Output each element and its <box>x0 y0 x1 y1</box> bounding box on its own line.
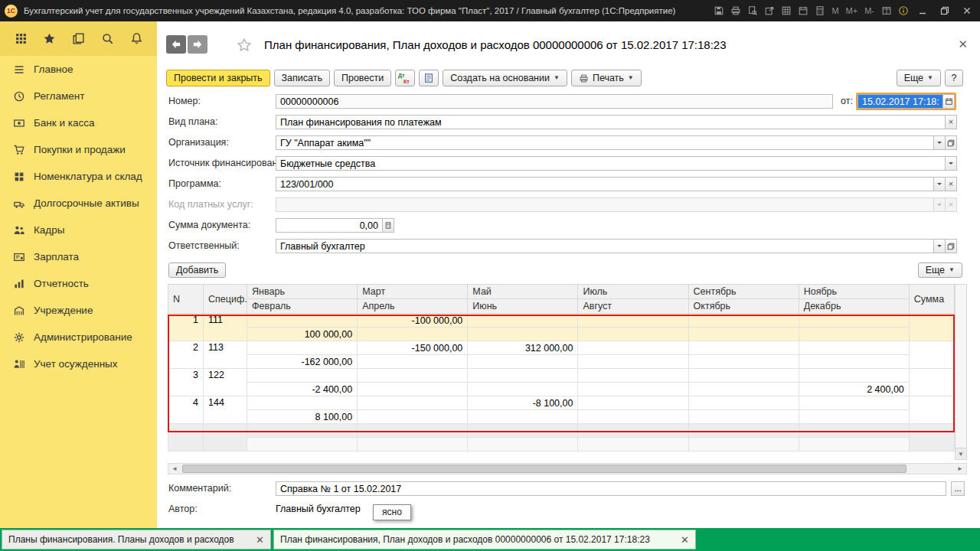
sidebar-item-otchetnost[interactable]: Отчетность <box>0 270 157 297</box>
grid-cell[interactable]: 2 400,00 <box>799 383 909 396</box>
grid-cell[interactable] <box>799 424 909 438</box>
grid-cell[interactable] <box>578 355 688 369</box>
grid-cell-n[interactable]: 4 <box>168 396 204 424</box>
grid-cell[interactable]: -162 000,00 <box>247 355 358 369</box>
grid-cell[interactable] <box>247 438 358 452</box>
organization-input[interactable] <box>276 135 934 150</box>
post-and-close-button[interactable]: Провести и закрыть <box>166 70 270 86</box>
table-icon[interactable] <box>780 5 792 17</box>
grid-cell[interactable] <box>468 355 578 369</box>
sidebar-item-pokupki-i-prodazhi[interactable]: Покупки и продажи <box>0 136 157 163</box>
program-input[interactable] <box>276 177 934 191</box>
sidebar-item-nomenklatura-i-sklad[interactable]: Номенклатура и склад <box>0 163 157 190</box>
scroll-down-icon[interactable]: ▼ <box>956 448 966 459</box>
sidebar-item-bank-i-kassa[interactable]: Банк и касса <box>0 109 157 136</box>
grid-cell[interactable] <box>688 355 799 369</box>
grid-cell[interactable] <box>468 328 578 341</box>
close-form-icon[interactable]: ✕ <box>958 38 968 51</box>
grid-cell[interactable] <box>358 369 468 383</box>
vertical-scrollbar[interactable]: ▼ <box>955 284 967 460</box>
grid-cell[interactable] <box>799 369 909 383</box>
export-icon[interactable] <box>763 5 775 17</box>
grid-cell[interactable]: 312 000,00 <box>468 341 578 355</box>
grid-cell[interactable] <box>468 410 578 424</box>
window-tab-current-document[interactable]: План финансирования, План доходов и расх… <box>273 530 696 549</box>
grid-cell[interactable] <box>358 383 468 396</box>
grid-cell[interactable] <box>358 438 468 452</box>
comment-input[interactable] <box>276 481 946 496</box>
forward-button[interactable] <box>188 35 207 54</box>
grid-cell[interactable] <box>468 369 578 383</box>
add-row-button[interactable]: Добавить <box>168 262 226 278</box>
grid-cell[interactable]: -8 100,00 <box>468 396 578 410</box>
back-button[interactable] <box>166 35 186 54</box>
sidebar-item-uchet-osuzhdennykh[interactable]: Учет осужденных <box>0 350 157 377</box>
grid-cell-spec[interactable]: 122 <box>204 369 247 396</box>
save-icon[interactable] <box>713 5 724 17</box>
restore-icon[interactable] <box>936 4 953 18</box>
dropdown-button[interactable] <box>945 156 957 171</box>
minimize-icon[interactable] <box>914 4 931 18</box>
grid-cell[interactable] <box>688 396 799 410</box>
grid-cell[interactable] <box>799 341 909 355</box>
grid-cell-n[interactable]: 1 <box>168 314 204 341</box>
grid-cell-spec[interactable]: 111 <box>204 314 247 341</box>
grid-cell[interactable] <box>578 328 688 341</box>
grid-cell[interactable] <box>688 341 799 355</box>
funding-source-input[interactable] <box>276 156 946 171</box>
grid-cell-sum[interactable] <box>909 314 954 341</box>
print-icon[interactable] <box>730 5 741 17</box>
grid-cell[interactable] <box>688 328 799 341</box>
calendar-icon[interactable] <box>797 5 808 17</box>
create-based-on-button[interactable]: Создать на основании▼ <box>443 70 567 86</box>
close-icon[interactable] <box>959 4 975 18</box>
horizontal-scrollbar[interactable]: ◄ ► <box>168 463 967 474</box>
apps-menu-icon[interactable] <box>12 31 29 47</box>
grid-cell[interactable] <box>468 383 578 396</box>
info-icon[interactable] <box>897 5 909 17</box>
grid-cell-sum[interactable] <box>909 396 954 424</box>
window-tab-plans-list[interactable]: Планы финансирования. Планы доходов и ра… <box>2 530 271 549</box>
grid-cell-n[interactable] <box>168 424 204 452</box>
sidebar-item-zarplata[interactable]: Зарплата <box>0 243 157 270</box>
grid-cell[interactable] <box>247 314 358 328</box>
memory-m-minus-button[interactable]: М- <box>864 6 875 15</box>
history-icon[interactable] <box>70 31 87 47</box>
search-icon[interactable] <box>99 31 116 47</box>
grid-cell-n[interactable]: 2 <box>168 341 204 369</box>
grid-cell[interactable] <box>578 438 688 452</box>
grid-cell[interactable]: -100 000,00 <box>358 314 468 328</box>
grid-cell[interactable] <box>688 383 799 396</box>
grid-cell[interactable] <box>799 328 909 341</box>
post-button[interactable]: Провести <box>334 70 391 86</box>
document-amount-input[interactable] <box>276 218 383 233</box>
grid-cell[interactable]: -150 000,00 <box>358 341 468 355</box>
dt-kt-postings-button[interactable]: ДтКт <box>395 70 415 86</box>
grid-cell[interactable] <box>247 369 358 383</box>
grid-cell[interactable] <box>358 410 468 424</box>
sidebar-item-kadry[interactable]: Кадры <box>0 217 157 243</box>
memory-m-plus-button[interactable]: М+ <box>845 6 859 15</box>
calculator-picker-icon[interactable] <box>382 218 394 233</box>
grid-cell[interactable] <box>578 383 688 396</box>
grid-cell-n[interactable]: 3 <box>168 369 204 396</box>
grid-cell[interactable] <box>468 314 578 328</box>
close-icon[interactable]: ✕ <box>256 535 264 545</box>
grid-cell[interactable] <box>688 438 799 452</box>
grid-cell[interactable] <box>578 341 688 355</box>
grid-more-button[interactable]: Еще▼ <box>918 262 962 278</box>
memory-m-button[interactable]: М <box>831 6 839 15</box>
scroll-right-icon[interactable]: ► <box>954 464 966 474</box>
hint-popup-button[interactable]: ясно <box>373 504 411 520</box>
responsible-input[interactable] <box>276 239 934 253</box>
print-button[interactable]: Печать▼ <box>571 70 642 86</box>
grid-cell[interactable] <box>799 355 909 369</box>
grid-cell[interactable] <box>247 396 358 410</box>
grid-cell[interactable] <box>799 314 909 328</box>
grid-cell[interactable] <box>578 396 688 410</box>
scrollbar-thumb[interactable] <box>182 465 906 473</box>
grid-cell[interactable] <box>358 355 468 369</box>
close-icon[interactable]: ✕ <box>681 535 689 545</box>
dropdown-button[interactable] <box>933 135 946 150</box>
grid-cell-sum[interactable] <box>909 424 954 452</box>
